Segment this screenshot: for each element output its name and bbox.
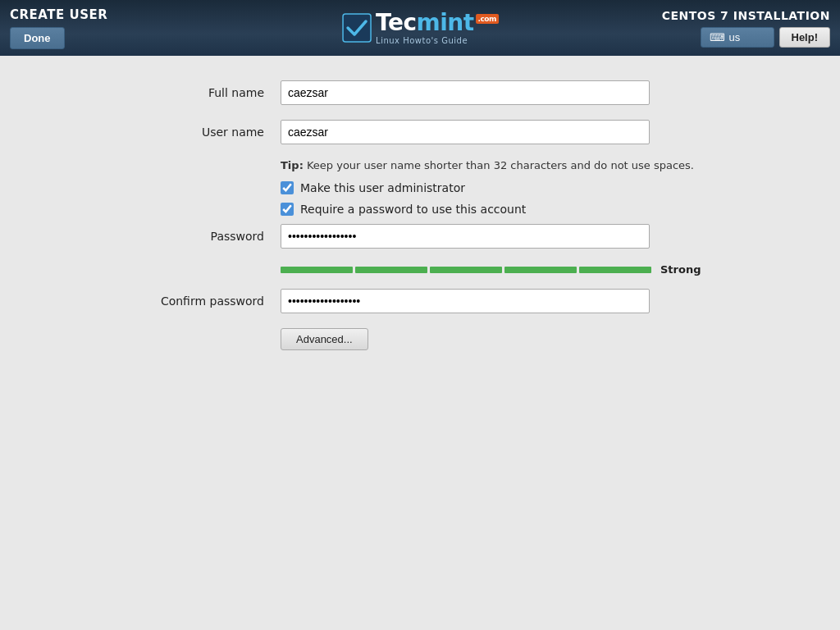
header-center: Tecmint.com Linux Howto's Guide bbox=[341, 11, 499, 45]
password-label: Password bbox=[133, 230, 281, 243]
strength-bar: Strong bbox=[281, 263, 701, 276]
strength-seg-4 bbox=[504, 267, 577, 273]
confirm-password-label: Confirm password bbox=[133, 294, 281, 308]
full-name-label: Full name bbox=[133, 86, 281, 99]
logo-name: Tecmint.com bbox=[376, 11, 499, 34]
header-right: CENTOS 7 INSTALLATION ⌨ us Help! bbox=[662, 9, 830, 48]
tip-content: Keep your user name shorter than 32 char… bbox=[307, 159, 694, 171]
password-row: Password bbox=[133, 224, 707, 249]
logo-dotcom: .com bbox=[476, 14, 499, 24]
password-req-label-text: Require a password to use this account bbox=[300, 203, 526, 216]
header-controls: ⌨ us Help! bbox=[701, 27, 831, 48]
logo-tec: Tec bbox=[376, 9, 416, 36]
user-name-input[interactable] bbox=[281, 120, 650, 144]
strength-seg-5 bbox=[579, 267, 651, 273]
logo: Tecmint.com Linux Howto's Guide bbox=[341, 11, 499, 45]
password-req-checkbox[interactable] bbox=[281, 203, 294, 216]
confirm-password-row: Confirm password bbox=[133, 289, 707, 313]
keyboard-icon: ⌨ bbox=[710, 31, 725, 43]
keyboard-button[interactable]: ⌨ us bbox=[701, 27, 774, 48]
confirm-password-input[interactable] bbox=[281, 289, 650, 313]
install-title: CENTOS 7 INSTALLATION bbox=[662, 9, 830, 22]
strength-seg-2 bbox=[355, 267, 427, 273]
logo-icon bbox=[341, 12, 372, 43]
help-button[interactable]: Help! bbox=[779, 27, 831, 48]
admin-checkbox-label[interactable]: Make this user administrator bbox=[281, 181, 465, 194]
strength-label: Strong bbox=[660, 263, 701, 276]
strength-seg-3 bbox=[430, 267, 502, 273]
strength-row: Strong bbox=[133, 263, 707, 276]
admin-checkbox[interactable] bbox=[281, 181, 294, 194]
main-content: Full name User name Tip: Keep your user … bbox=[0, 56, 840, 375]
strength-seg-1 bbox=[281, 267, 353, 273]
full-name-row: Full name bbox=[133, 80, 707, 105]
form-container: Full name User name Tip: Keep your user … bbox=[133, 80, 707, 350]
user-name-label: User name bbox=[133, 126, 281, 139]
tip-label: Tip: bbox=[281, 159, 304, 171]
user-name-row: User name bbox=[133, 120, 707, 144]
advanced-button[interactable]: Advanced... bbox=[281, 328, 368, 350]
admin-label-text: Make this user administrator bbox=[300, 181, 465, 194]
advanced-row: Advanced... bbox=[133, 328, 707, 350]
admin-checkbox-row: Make this user administrator bbox=[133, 181, 707, 194]
page-title: CREATE USER bbox=[10, 7, 107, 22]
header: CREATE USER Done Tecmint.com Linux Howto… bbox=[0, 0, 840, 56]
done-button[interactable]: Done bbox=[10, 27, 65, 49]
tip-row: Tip: Keep your user name shorter than 32… bbox=[133, 159, 707, 171]
password-input[interactable] bbox=[281, 224, 650, 249]
tip-text: Tip: Keep your user name shorter than 32… bbox=[281, 159, 694, 171]
password-req-checkbox-row: Require a password to use this account bbox=[133, 203, 707, 216]
full-name-input[interactable] bbox=[281, 80, 650, 105]
header-left: CREATE USER Done bbox=[10, 7, 107, 49]
keyboard-lang: us bbox=[729, 31, 741, 43]
logo-mint: mint bbox=[417, 9, 474, 36]
password-req-label[interactable]: Require a password to use this account bbox=[281, 203, 526, 216]
logo-tagline: Linux Howto's Guide bbox=[376, 36, 468, 45]
logo-text: Tecmint.com Linux Howto's Guide bbox=[376, 11, 499, 45]
